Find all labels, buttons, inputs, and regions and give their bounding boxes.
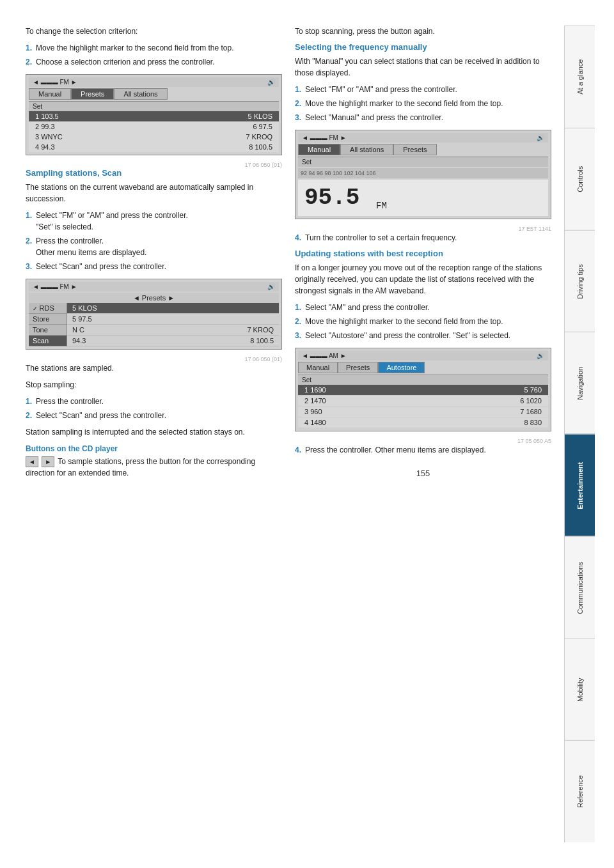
- right-screen-1: ◄ ▬▬▬ FM ► 🔊 Manual All stations Presets…: [295, 130, 551, 219]
- note-interrupted: Station sampling is interrupted and the …: [26, 426, 282, 438]
- am-tabs: Manual Presets Autostore: [298, 362, 548, 373]
- screen-tabs-manual: Manual All stations Presets: [298, 144, 548, 155]
- scan-stations: 5 KLOS 5 97.5 N C7 KROQ 94.38 100.5: [67, 303, 279, 346]
- right-step4: 4. Turn the controller to set a certain …: [295, 232, 551, 244]
- tab-presets-r[interactable]: Presets: [393, 144, 436, 155]
- heading-updating: Updating stations with best reception: [295, 249, 551, 258]
- left-intro: To change the selection criterion:: [26, 26, 282, 37]
- fm-frequency-bar: 92 94 96 98 100 102 104 106: [298, 168, 548, 178]
- tab-manual[interactable]: Manual: [29, 88, 71, 100]
- updating-text: If on a longer journey you move out of t…: [295, 262, 551, 297]
- menu-scan[interactable]: Scan: [29, 336, 67, 346]
- screen-top-bar-r1: ◄ ▬▬▬ FM ► 🔊: [298, 133, 548, 143]
- note-sampled: The stations are sampled.: [26, 362, 282, 374]
- station-row-1: 1 103.55 KLOS: [29, 111, 279, 121]
- sidebar-tab-navigation[interactable]: Navigation: [565, 332, 595, 434]
- list-item: 1. Select "FM" or "AM" and press the con…: [295, 84, 551, 95]
- am-row-3: 3 9607 1680: [298, 407, 548, 417]
- station-row-2: 2 99.36 97.5: [29, 121, 279, 132]
- right-steps-2: 1. Select "AM" and press the controller.…: [295, 302, 551, 341]
- main-content: To change the selection criterion: 1. Mo…: [0, 0, 614, 868]
- btn-left[interactable]: ◄: [26, 456, 38, 467]
- sidebar-tab-entertainment[interactable]: Entertainment: [565, 434, 595, 536]
- heading-cd: Buttons on the CD player: [26, 444, 282, 453]
- am-row-2: 2 14706 1020: [298, 396, 548, 407]
- left-column: To change the selection criterion: 1. Mo…: [26, 26, 282, 842]
- tab-all-stations[interactable]: All stations: [114, 88, 167, 100]
- manual-text: With "Manual" you can select stations th…: [295, 56, 551, 79]
- fm-freq-display: 95.5 FM: [298, 180, 548, 216]
- tab-manual-r[interactable]: Manual: [298, 144, 340, 155]
- list-item: 1. Select "FM" or "AM" and press the con…: [26, 210, 282, 233]
- tab-autostore-am[interactable]: Autostore: [378, 362, 425, 373]
- menu-rds[interactable]: RDS: [29, 303, 67, 314]
- list-item: 3. Select "Manual" and press the control…: [295, 112, 551, 123]
- menu-tone[interactable]: Tone: [29, 325, 67, 336]
- right-intro: To stop scanning, press the button again…: [295, 26, 551, 37]
- cd-text: ◄ ► To sample stations, press the button…: [26, 456, 282, 479]
- list-item: 3. Select "Autostore" and press the cont…: [295, 330, 551, 341]
- scan-menu-left: RDS Store Tone Scan: [29, 303, 67, 346]
- list-item: 2. Move the highlight marker to the seco…: [295, 98, 551, 109]
- left-steps-2: 1. Select "FM" or "AM" and press the con…: [26, 210, 282, 272]
- list-item: 1. Select "AM" and press the controller.: [295, 302, 551, 313]
- scan-row-1: 5 KLOS: [67, 303, 279, 314]
- am-row-1: 1 16905 760: [298, 385, 548, 396]
- heading-sampling: Sampling stations, Scan: [26, 168, 282, 178]
- sidebar-tab-reference[interactable]: Reference: [565, 740, 595, 842]
- screen-top-bar: ◄ ▬▬▬ FM ► 🔊: [29, 77, 279, 87]
- scan-menu-area: RDS Store Tone Scan 5 KLOS 5 97.5 N C7 K…: [29, 303, 279, 346]
- right-column: To stop scanning, press the button again…: [295, 26, 551, 842]
- tab-presets[interactable]: Presets: [71, 88, 114, 100]
- left-steps-1: 1. Move the highlight marker to the seco…: [26, 42, 282, 68]
- list-item: 2. Press the controller.Other menu items…: [26, 235, 282, 258]
- sidebar-tab-driving-tips[interactable]: Driving tips: [565, 230, 595, 332]
- list-item: 1. Move the highlight marker to the seco…: [26, 42, 282, 54]
- tab-all-r[interactable]: All stations: [340, 144, 393, 155]
- list-item: 1. Press the controller.: [26, 396, 282, 407]
- btn-right[interactable]: ►: [42, 456, 54, 467]
- screen-set-r1: Set: [298, 157, 548, 167]
- screen-tabs: Manual Presets All stations: [29, 88, 279, 100]
- presets-row: ◄ Presets ►: [29, 293, 279, 303]
- list-item: 4. Press the controller. Other menu item…: [295, 444, 551, 456]
- list-item: 2. Move the highlight marker to the seco…: [295, 316, 551, 327]
- sidebar-tab-communications[interactable]: Communications: [565, 536, 595, 639]
- sidebar-tab-controls[interactable]: Controls: [565, 128, 595, 230]
- scan-row-2: 5 97.5: [67, 314, 279, 325]
- right-screen-2: ◄ ▬▬▬ AM ► 🔊 Manual Presets Autostore Se…: [295, 348, 551, 431]
- right-steps-1: 1. Select "FM" or "AM" and press the con…: [295, 84, 551, 123]
- screen-set-r2: Set: [298, 375, 548, 385]
- page-number: 155: [295, 469, 551, 478]
- am-row-4: 4 14808 830: [298, 417, 548, 428]
- right-step4b: 4. Press the controller. Other menu item…: [295, 444, 551, 456]
- station-row-4: 4 94.38 100.5: [29, 142, 279, 152]
- screen-top-bar-r2: ◄ ▬▬▬ AM ► 🔊: [298, 351, 548, 360]
- left-screen-1: ◄ ▬▬▬ FM ► 🔊 Manual Presets All stations…: [26, 74, 282, 155]
- list-item: 4. Turn the controller to set a certain …: [295, 232, 551, 244]
- scan-row-3: N C7 KROQ: [67, 325, 279, 336]
- sampling-text: The stations on the current waveband are…: [26, 182, 282, 205]
- left-screen-2: ◄ ▬▬▬ FM ► 🔊 ◄ Presets ► RDS Store Tone …: [26, 279, 282, 350]
- station-row-3: 3 WNYC7 KROQ: [29, 132, 279, 142]
- heading-manual: Selecting the frequency manually: [295, 42, 551, 52]
- screen-set-row: Set: [29, 101, 279, 111]
- list-item: 2. Choose a selection criterion and pres…: [26, 56, 282, 68]
- list-item: 2. Select "Scan" and press the controlle…: [26, 410, 282, 421]
- tab-presets-am[interactable]: Presets: [338, 362, 378, 373]
- note-stop: Stop sampling:: [26, 379, 282, 391]
- menu-store[interactable]: Store: [29, 314, 67, 325]
- scan-row-4: 94.38 100.5: [67, 336, 279, 346]
- screen-top-bar-2: ◄ ▬▬▬ FM ► 🔊: [29, 282, 279, 291]
- sidebar-tabs: At a glance Controls Driving tips Naviga…: [564, 26, 595, 842]
- tab-manual-am[interactable]: Manual: [298, 362, 338, 373]
- list-item: 3. Select "Scan" and press the controlle…: [26, 261, 282, 272]
- sidebar-tab-at-a-glance[interactable]: At a glance: [565, 26, 595, 128]
- left-steps-3: 1. Press the controller. 2. Select "Scan…: [26, 396, 282, 421]
- sidebar-tab-mobility[interactable]: Mobility: [565, 639, 595, 741]
